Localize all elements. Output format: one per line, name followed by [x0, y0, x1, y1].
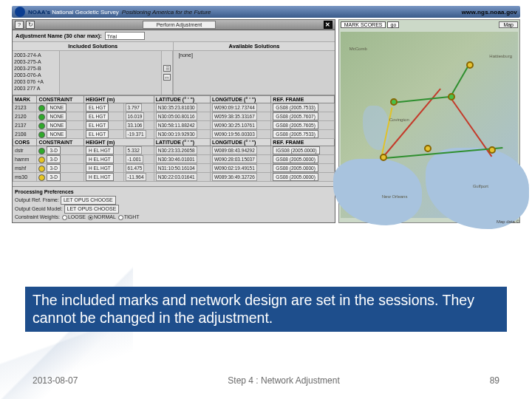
height-type-select[interactable]: EL HGT: [86, 130, 109, 138]
map-toolbar: MARK SCORES go Map: [341, 21, 518, 28]
slide-footer: 2013-08-07 Step 4 : Network Adjustment 8…: [0, 375, 532, 386]
ref-frame-select[interactable]: IGS08 (2005.0000): [273, 146, 319, 154]
height-type-select[interactable]: EL HGT: [86, 112, 109, 120]
list-item[interactable]: 2003 277 A: [14, 85, 58, 92]
constraint-select[interactable]: NONE: [47, 121, 66, 129]
height-value: 3.797: [126, 103, 142, 112]
lat-value: N31:10:50.16104: [156, 164, 197, 172]
lat-value: N30:00:19.92930: [156, 130, 197, 138]
col-constraint: CONSTRAINT: [37, 96, 84, 103]
map-node[interactable]: [380, 154, 387, 161]
move-right-icon[interactable]: ☰: [163, 65, 171, 72]
map-label: Hattiesburg: [489, 54, 512, 58]
constraint-select[interactable]: NONE: [47, 112, 66, 120]
network-map[interactable]: MARK SCORES go Map: [338, 19, 520, 223]
list-item[interactable]: 2003-076-A: [14, 72, 58, 78]
col-mark: MARK: [13, 96, 37, 103]
ref-frame-select[interactable]: GS08 (2005.7607): [273, 112, 318, 120]
table-row: mshf 3-DH EL HGT61.475N31:10:50.16104W09…: [13, 164, 335, 173]
ref-frame-select[interactable]: GS08 (2005.0000): [273, 173, 318, 181]
ref-frame-select[interactable]: GS08 (2005.7605): [273, 121, 318, 129]
move-left-icon[interactable]: ▭: [163, 74, 171, 81]
list-item[interactable]: 2003-274-A: [14, 52, 58, 58]
map-node[interactable]: [390, 98, 398, 106]
col-height: HEIGHT (m): [84, 96, 154, 103]
height-type-select[interactable]: H EL HGT: [86, 146, 114, 154]
weight-tight-radio[interactable]: [118, 215, 123, 220]
list-item[interactable]: 2003-275-B: [14, 65, 58, 72]
map-node[interactable]: [448, 93, 455, 100]
ref-frame-select[interactable]: GS08 (2005.7533): [273, 103, 318, 112]
lon-value: W089:08:43.94292: [212, 146, 257, 154]
height-type-select[interactable]: H EL HGT: [86, 173, 114, 181]
list-item[interactable]: 2003-275-A: [14, 58, 58, 65]
map-canvas[interactable]: New Orleans Covington McComb Hattiesburg…: [341, 32, 518, 218]
close-icon[interactable]: ✕: [324, 21, 332, 29]
session-list[interactable]: 2003-274-A 2003-275-A 2003-275-B 2003-07…: [13, 51, 60, 95]
table-row: 2120 NONEEL HGT16.019N30:05:00.80116W059…: [13, 112, 335, 121]
weight-normal-radio[interactable]: [88, 215, 93, 220]
pref-geoid-select[interactable]: LET OPUS CHOOSE: [64, 205, 120, 214]
constraint-select[interactable]: NONE: [47, 103, 66, 112]
adjustment-name-input[interactable]: Trial: [105, 32, 145, 40]
lon-value: W059:38:35.33167: [212, 112, 257, 120]
table-row: ms30 3-DH EL HGT-11.964N30:22:03.01641W0…: [13, 173, 335, 182]
height-type-select[interactable]: EL HGT: [86, 121, 109, 129]
col-lon: LONGITUDE (° ' "): [210, 96, 270, 103]
map-node[interactable]: [466, 61, 474, 69]
cors-header-row: CORS CONSTRAINT HEIGHT (m) LATITUDE (° '…: [13, 139, 335, 146]
height-type-select[interactable]: H EL HGT: [86, 164, 114, 172]
ref-frame-select[interactable]: GS08 (2005.0000): [273, 164, 318, 172]
constraint-select[interactable]: NONE: [47, 130, 66, 138]
height-value: -19.371: [126, 130, 146, 138]
lon-value: W090:09:12.73744: [212, 103, 257, 112]
lat-value: N30:05:00.80116: [156, 112, 197, 120]
list-item[interactable]: 2003 076 +A: [14, 78, 58, 85]
ref-frame-select[interactable]: GS08 (2005.0000): [273, 155, 318, 163]
footer-title: Step 4 : Network Adjustment: [78, 375, 489, 386]
map-layer-select[interactable]: MARK SCORES: [341, 21, 386, 28]
weight-loose-radio[interactable]: [62, 215, 67, 220]
titlebar-label[interactable]: Perform Adjustment: [143, 21, 216, 29]
map-type-button[interactable]: Map: [499, 21, 518, 28]
lon-value: W090:02:19.49151: [212, 164, 257, 172]
adjustment-name-label: Adjustment Name (30 char max):: [16, 33, 102, 39]
map-node[interactable]: [488, 146, 496, 154]
available-solutions-header: Available Solutions: [174, 42, 334, 51]
status-icon: [38, 166, 45, 172]
map-go-button[interactable]: go: [387, 21, 399, 28]
included-solutions-pane: Included Solutions 2003-274-A 2003-275-A…: [13, 42, 174, 95]
height-type-select[interactable]: EL HGT: [86, 103, 109, 112]
constraint-select[interactable]: 3-D: [47, 173, 60, 181]
pref-output-ref-select[interactable]: LET OPUS CHOOSE: [61, 196, 116, 205]
lon-value: W090:28:03.15037: [212, 155, 257, 163]
opus-titlebar: ? ↻ Perform Adjustment ✕: [13, 20, 335, 30]
col-lat: LATITUDE (° ' "): [154, 96, 210, 103]
noaa-brand-title: National Geodetic Survey: [52, 9, 119, 16]
constraint-select[interactable]: 3-D: [47, 155, 60, 163]
height-type-select[interactable]: H EL HGT: [86, 155, 114, 163]
map-label: New Orleans: [382, 194, 408, 199]
map-node[interactable]: [424, 145, 432, 152]
noaa-logo-icon: [15, 7, 25, 17]
included-solutions-header: Included Solutions: [13, 42, 173, 51]
help-icon[interactable]: ?: [15, 21, 24, 29]
table-row: hamm 3-DH EL HGT-1.001N30:30:46.01001W09…: [13, 155, 335, 164]
status-icon: [38, 174, 45, 181]
refresh-icon[interactable]: ↻: [26, 21, 35, 29]
map-label: Gulfport: [473, 184, 488, 188]
table-row: 2123 NONEEL HGT3.797N30:35:23.81030W090:…: [13, 103, 335, 112]
height-value: 16.019: [126, 112, 145, 120]
mark-header-row: MARK CONSTRAINT HEIGHT (m) LATITUDE (° '…: [13, 96, 335, 103]
footer-date: 2013-08-07: [33, 375, 78, 386]
lat-value: N30:35:23.81030: [156, 103, 197, 112]
ref-frame-select[interactable]: GS08 (2005.7533): [273, 130, 318, 138]
constraint-select[interactable]: 3-D: [47, 164, 60, 172]
prefs-header: Processing Preferences: [15, 188, 332, 196]
height-value: -1.001: [126, 155, 143, 163]
lat-value: N30:30:46.01001: [156, 155, 197, 163]
lat-value: N30:23:33.26058: [156, 146, 197, 154]
map-label: McComb: [349, 47, 367, 51]
status-icon: [38, 148, 45, 154]
constraint-select[interactable]: 3-D: [47, 146, 60, 154]
